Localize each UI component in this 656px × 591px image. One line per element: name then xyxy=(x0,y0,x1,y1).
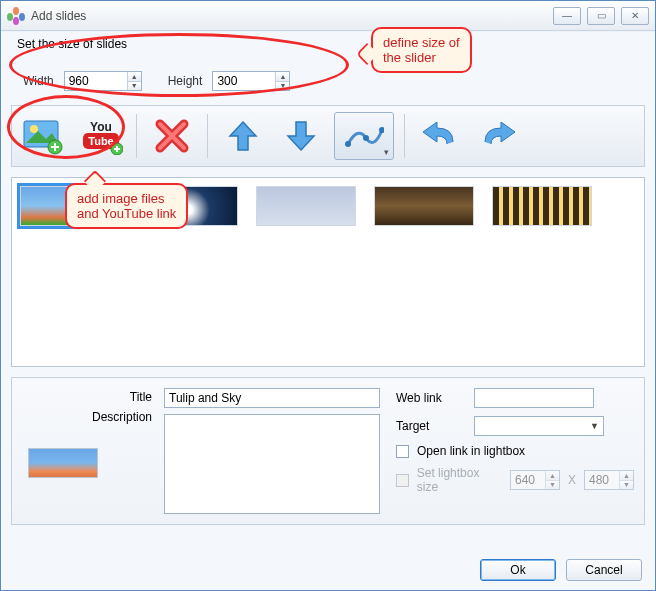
dropdown-icon[interactable]: ▾ xyxy=(384,147,389,157)
undo-icon xyxy=(421,122,459,150)
thumbnail-3[interactable] xyxy=(256,186,356,226)
app-icon xyxy=(7,7,25,25)
window-title: Add slides xyxy=(31,9,553,23)
transition-icon xyxy=(344,120,384,152)
lightbox-height-spinner: ▲▼ xyxy=(584,470,634,490)
weblink-label: Web link xyxy=(396,391,466,405)
toolbar-divider xyxy=(136,114,137,158)
dialog-body: Set the size of slides Width ▲▼ Height ▲… xyxy=(1,31,655,533)
title-label: Title xyxy=(52,390,152,404)
thumbnail-4[interactable] xyxy=(374,186,474,226)
cancel-button[interactable]: Cancel xyxy=(566,559,642,581)
height-up[interactable]: ▲ xyxy=(276,72,289,82)
chevron-down-icon: ▼ xyxy=(590,421,599,431)
svg-text:Tube: Tube xyxy=(88,135,113,147)
width-up[interactable]: ▲ xyxy=(128,72,141,82)
weblink-input[interactable] xyxy=(474,388,594,408)
move-down-button[interactable] xyxy=(276,112,326,160)
toolbar-divider-3 xyxy=(404,114,405,158)
set-lightbox-checkbox xyxy=(396,474,409,487)
maximize-button[interactable]: ▭ xyxy=(587,7,615,25)
height-input[interactable] xyxy=(213,72,275,90)
size-section-label: Set the size of slides xyxy=(17,37,127,51)
delete-button[interactable] xyxy=(147,112,197,160)
add-slides-window: Add slides — ▭ ✕ Set the size of slides … xyxy=(0,0,656,591)
height-label: Height xyxy=(168,74,203,88)
add-youtube-button[interactable]: YouTube xyxy=(76,112,126,160)
arrow-down-icon xyxy=(284,118,318,154)
redo-button[interactable] xyxy=(473,112,523,160)
toolbar-divider-2 xyxy=(207,114,208,158)
target-label: Target xyxy=(396,419,466,433)
add-image-icon xyxy=(22,117,64,155)
title-input[interactable] xyxy=(164,388,380,408)
svg-point-1 xyxy=(30,125,38,133)
close-button[interactable]: ✕ xyxy=(621,7,649,25)
target-select[interactable]: ▼ xyxy=(474,416,604,436)
lightbox-width-input xyxy=(511,471,545,489)
lightbox-width-spinner: ▲▼ xyxy=(510,470,560,490)
svg-text:You: You xyxy=(90,120,112,134)
open-lightbox-checkbox[interactable] xyxy=(396,445,409,458)
lightbox-height-input xyxy=(585,471,619,489)
set-lightbox-label: Set lightbox size xyxy=(417,466,502,494)
height-spinner[interactable]: ▲▼ xyxy=(212,71,290,91)
height-down[interactable]: ▼ xyxy=(276,82,289,91)
thumbnail-5[interactable] xyxy=(492,186,592,226)
width-spinner[interactable]: ▲▼ xyxy=(64,71,142,91)
callout-add: add image files and YouTube link xyxy=(65,183,188,229)
redo-icon xyxy=(479,122,517,150)
minimize-button[interactable]: — xyxy=(553,7,581,25)
youtube-icon: YouTube xyxy=(79,117,123,155)
callout-size: define size of the slider xyxy=(371,27,472,73)
width-down[interactable]: ▼ xyxy=(128,82,141,91)
arrow-up-icon xyxy=(226,118,260,154)
width-input[interactable] xyxy=(65,72,127,90)
move-up-button[interactable] xyxy=(218,112,268,160)
ok-button[interactable]: Ok xyxy=(480,559,556,581)
window-controls: — ▭ ✕ xyxy=(553,7,649,25)
description-input[interactable] xyxy=(164,414,380,514)
delete-icon xyxy=(154,118,190,154)
svg-point-8 xyxy=(363,135,369,141)
undo-button[interactable] xyxy=(415,112,465,160)
lightbox-x-label: X xyxy=(568,473,576,487)
width-label: Width xyxy=(23,74,54,88)
add-image-button[interactable] xyxy=(18,112,68,160)
svg-point-7 xyxy=(345,141,351,147)
footer-buttons: Ok Cancel xyxy=(480,559,642,581)
description-label: Description xyxy=(52,410,152,424)
transition-button[interactable]: ▾ xyxy=(334,112,394,160)
open-lightbox-label: Open link in lightbox xyxy=(417,444,525,458)
size-section: Set the size of slides xyxy=(11,39,645,71)
titlebar: Add slides — ▭ ✕ xyxy=(1,1,655,31)
toolbar: YouTube ▾ xyxy=(11,105,645,167)
preview-thumbnail xyxy=(28,448,98,478)
details-panel: Title Description Web link Target xyxy=(11,377,645,525)
